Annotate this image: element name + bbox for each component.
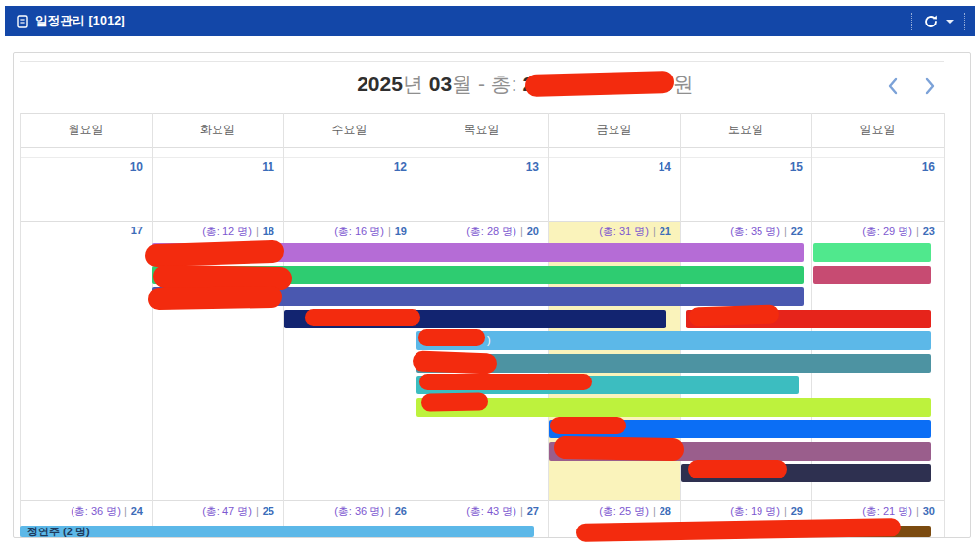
redaction-scribble — [418, 329, 485, 346]
refresh-icon — [923, 14, 939, 29]
event-bar[interactable]: ) — [416, 331, 931, 350]
redaction-scribble — [554, 436, 684, 461]
separator — [964, 13, 965, 30]
event-bar[interactable] — [813, 243, 931, 262]
day-cell[interactable]: 13 — [416, 160, 539, 177]
event-label: 정연주 (2 명) — [20, 526, 90, 537]
day-cell[interactable]: (총: 28 명)|20 — [416, 225, 539, 242]
day-cell[interactable]: (총: 25 명)|28 — [548, 504, 671, 522]
grid-line — [944, 113, 945, 537]
day-cell-highlighted[interactable]: (총: 31 명)|21 — [548, 225, 671, 242]
day-cell[interactable]: 15 — [680, 160, 803, 177]
day-cell[interactable]: (총: 29 명)|23 — [811, 225, 935, 242]
event-bar[interactable] — [416, 398, 931, 417]
dayheader-sun: 일요일 — [811, 113, 944, 147]
redaction-scribble — [421, 392, 488, 411]
dayheader-wed: 수요일 — [283, 113, 416, 147]
day-cell[interactable]: (총: 16 명)|19 — [283, 225, 407, 242]
day-cell[interactable]: (총: 36 명)|26 — [283, 504, 407, 522]
app-header-left: 일정관리 [1012] — [5, 13, 125, 29]
redaction-scribble — [550, 417, 626, 434]
event-label-fragment: ) — [487, 331, 491, 350]
prev-month-button[interactable] — [880, 75, 906, 100]
redaction-scribble — [419, 374, 592, 390]
redaction-scribble — [148, 286, 282, 310]
dayheader-thu: 목요일 — [416, 113, 548, 147]
day-cell[interactable]: 14 — [548, 160, 671, 177]
grid-line — [20, 500, 944, 501]
separator — [911, 13, 912, 30]
day-cell[interactable]: 10 — [20, 160, 143, 177]
event-bar[interactable]: 정연주 (2 명) — [20, 526, 534, 537]
day-cell[interactable]: 12 — [283, 160, 407, 177]
grid-line — [20, 221, 944, 222]
dayheader-fri: 금요일 — [548, 113, 680, 147]
day-cell[interactable]: (총: 35 명)|22 — [680, 225, 803, 242]
redaction-scribble — [525, 71, 675, 97]
grid-line — [20, 157, 944, 158]
page: 일정관리 [1012] 2025년 03월 - 총: 20원 — [0, 0, 980, 554]
app-title: 일정관리 [1012] — [35, 13, 125, 29]
dayheader-tue: 화요일 — [152, 113, 283, 147]
day-cell[interactable]: 11 — [152, 160, 274, 177]
event-bar[interactable] — [813, 266, 931, 284]
app-header-actions — [911, 13, 975, 30]
title-month: 03 — [429, 73, 452, 95]
redaction-scribble — [305, 309, 420, 326]
refresh-button[interactable] — [923, 14, 954, 29]
redaction-scribble — [413, 351, 498, 375]
dayheader-mon: 월요일 — [20, 113, 152, 147]
caret-down-icon — [946, 20, 954, 24]
app-header: 일정관리 [1012] — [5, 6, 975, 36]
redaction-scribble — [689, 304, 780, 326]
redaction-scribble — [688, 460, 787, 478]
day-cell[interactable]: (총: 47 명)|25 — [152, 504, 274, 522]
card-divider — [20, 61, 944, 62]
day-cell[interactable]: (총: 36 명)|24 — [20, 504, 143, 522]
day-cell[interactable]: 16 — [811, 160, 935, 177]
dayheader-sat: 토요일 — [680, 113, 811, 147]
day-cell[interactable]: (총: 43 명)|27 — [416, 504, 539, 522]
title-year: 2025 — [357, 73, 403, 95]
next-month-button[interactable] — [917, 75, 943, 100]
document-icon — [17, 15, 28, 28]
grid-line — [20, 147, 944, 148]
day-cell[interactable]: (총: 12 명)|18 — [152, 225, 274, 242]
day-cell[interactable]: 17 — [20, 225, 143, 242]
